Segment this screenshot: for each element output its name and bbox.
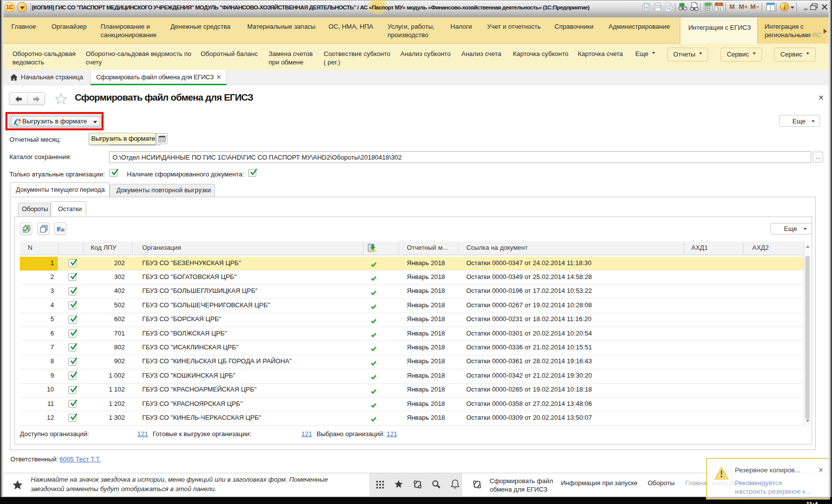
svg-text:i: i [783,3,785,11]
svg-text:31: 31 [717,6,721,11]
